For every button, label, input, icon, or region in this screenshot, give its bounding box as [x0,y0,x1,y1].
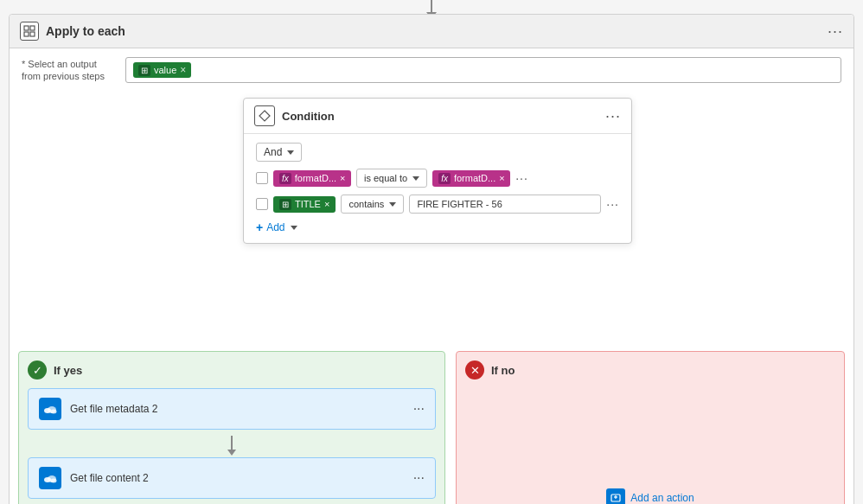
row2-menu[interactable]: ··· [606,197,619,211]
onedrive-icon-2 [39,467,61,489]
svg-rect-0 [24,26,29,30]
onedrive-icon-1 [39,398,61,420]
value-token: ⊞ value × [133,62,191,78]
fighter-value[interactable]: FIRE FIGHTER - 56 [409,195,601,214]
if-no-add-icon [606,488,625,504]
step-1-label: Get file metadata 2 [70,403,413,415]
condition-icon [254,105,275,126]
select-output-row: * Select an output from previous steps ⊞… [10,48,853,92]
svg-point-7 [51,410,57,414]
step-get-metadata: Get file metadata 2 ··· [28,388,436,430]
format-token-2: fx formatD... × [432,170,510,187]
condition-menu[interactable]: ··· [605,107,621,125]
row1-menu[interactable]: ··· [515,171,528,185]
operator-1-label: is equal to [364,173,407,183]
apply-to-each-title: Apply to each [46,24,828,38]
if-no-header: ✕ If no [465,360,835,380]
add-chevron-icon [291,226,297,230]
condition-card: Condition ··· And fx formatD... × [243,98,632,244]
if-no-section: ✕ If no Add an action [456,351,845,504]
svg-point-10 [51,479,57,483]
if-yes-label: If yes [54,364,82,377]
step-get-content: Get file content 2 ··· [28,457,436,499]
if-no-label: If no [491,364,515,377]
op1-chevron-icon [412,176,419,181]
and-chevron-icon [287,150,294,155]
format-token-1-close[interactable]: × [340,173,345,183]
title-token-close[interactable]: × [324,199,329,209]
if-no-add-action[interactable]: Add an action [606,488,694,504]
condition-checkbox-2[interactable] [256,198,268,210]
format-token-2-close[interactable]: × [499,173,504,183]
step-2-label: Get file content 2 [70,472,413,484]
if-yes-header: ✓ If yes [28,360,436,380]
branches-container: ✓ If yes Get file metadata 2 ··· [10,342,853,504]
condition-checkbox-1[interactable] [256,172,268,184]
and-label: And [264,146,282,158]
condition-header: Condition ··· [244,99,631,134]
fx-icon-2: fx [438,173,451,184]
add-label: Add [266,221,284,233]
condition-row-2: ⊞ TITLE × contains FIRE FIGHTER - 56 ··· [256,195,619,214]
main-container: Apply to each ··· * Select an output fro… [0,0,863,504]
if-no-center: Add an action [465,388,835,504]
condition-row-1: fx formatD... × is equal to fx formatD..… [256,169,619,188]
step-1-menu[interactable]: ··· [413,401,425,417]
apply-to-each-icon [20,22,39,41]
if-yes-icon: ✓ [28,360,47,380]
if-yes-section: ✓ If yes Get file metadata 2 ··· [18,351,445,504]
excel-icon-title: ⊞ [279,199,291,210]
title-token: ⊞ TITLE × [273,196,336,213]
and-dropdown[interactable]: And [256,143,302,162]
value-token-label: value [154,65,176,75]
svg-rect-2 [24,32,29,36]
select-output-label: * Select an output from previous steps [22,58,117,83]
format-token-1-label: formatD... [295,173,336,183]
operator-1[interactable]: is equal to [356,169,427,188]
apply-to-each-block: Apply to each ··· * Select an output fro… [9,14,854,504]
contains-chevron-icon [389,202,396,207]
svg-marker-4 [259,111,270,121]
svg-rect-3 [30,32,35,36]
contains-label: contains [348,199,384,209]
if-no-add-label: Add an action [630,492,694,504]
add-plus-icon: + [256,220,263,234]
fx-icon-1: fx [279,173,291,184]
step-2-menu[interactable]: ··· [413,470,425,486]
title-token-label: TITLE [295,199,321,209]
format-token-1: fx formatD... × [273,170,351,187]
excel-token-icon: ⊞ [138,65,150,76]
condition-body: And fx formatD... × is equal to [244,134,631,243]
apply-to-each-header: Apply to each ··· [10,15,853,48]
value-token-close[interactable]: × [180,64,186,76]
format-token-2-label: formatD... [454,173,495,183]
contains-operator[interactable]: contains [341,195,404,214]
if-no-icon: ✕ [465,360,484,380]
add-button[interactable]: + Add [256,220,619,234]
and-row: And [256,143,619,162]
condition-title: Condition [282,110,605,123]
svg-rect-1 [30,26,35,30]
select-output-field[interactable]: ⊞ value × [125,57,841,83]
step-arrow-1 [28,433,436,457]
apply-to-each-menu[interactable]: ··· [828,22,843,41]
